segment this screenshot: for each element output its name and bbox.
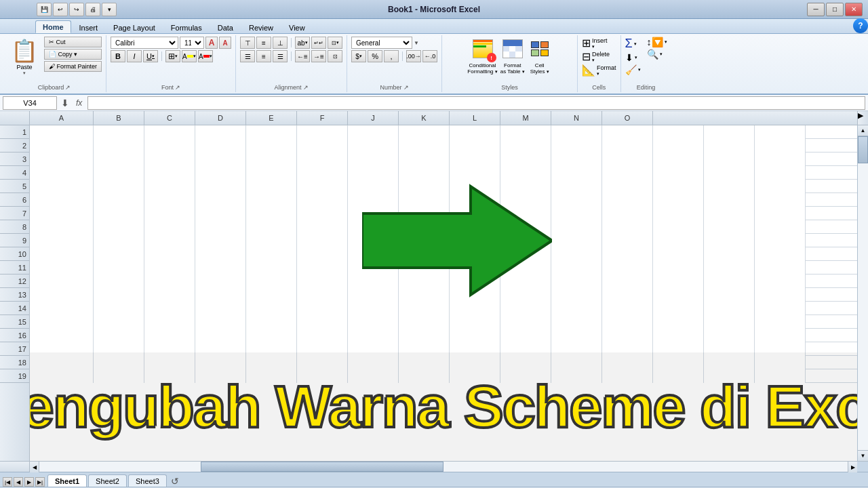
grid-cell[interactable] <box>653 166 704 180</box>
grid-cell[interactable] <box>500 220 551 234</box>
grid-cell[interactable] <box>551 125 602 139</box>
grid-cell[interactable] <box>399 166 450 180</box>
grid-cell[interactable] <box>30 166 94 180</box>
row-header-19[interactable]: 19 <box>0 369 29 383</box>
grid-cell[interactable] <box>94 247 144 261</box>
grid-cell[interactable] <box>246 234 297 247</box>
grid-cell[interactable] <box>144 139 195 152</box>
grid-cell[interactable] <box>144 356 195 369</box>
grid-cell[interactable] <box>246 139 297 152</box>
grid-cell[interactable] <box>653 193 704 207</box>
grid-cell[interactable] <box>755 247 806 261</box>
grid-cell[interactable] <box>195 193 246 207</box>
window-controls[interactable]: ─ □ ✕ <box>807 3 863 16</box>
grid-cell[interactable] <box>704 139 755 152</box>
grid-cell[interactable] <box>348 329 399 342</box>
grid-cell[interactable] <box>144 302 195 315</box>
grid-cell[interactable] <box>500 139 551 152</box>
grid-cell[interactable] <box>602 207 653 220</box>
grid-cell[interactable] <box>348 274 399 288</box>
grid-cell[interactable] <box>755 139 806 152</box>
row-header-14[interactable]: 14 <box>0 302 29 315</box>
grid-cell[interactable] <box>195 302 246 315</box>
grid-cell[interactable] <box>30 302 94 315</box>
grid-cell[interactable] <box>30 220 94 234</box>
grid-cell[interactable] <box>602 125 653 139</box>
grid-cell[interactable] <box>755 166 806 180</box>
tab-data[interactable]: Data <box>210 21 241 33</box>
hscroll-track[interactable] <box>39 462 848 472</box>
grid-cell[interactable] <box>551 274 602 288</box>
grid-cell[interactable] <box>399 288 450 302</box>
grid-cell[interactable] <box>602 180 653 193</box>
autosum-button[interactable]: Σ ▾ <box>625 37 641 51</box>
grid-cell[interactable] <box>297 288 348 302</box>
grid-cell[interactable] <box>30 274 94 288</box>
grid-cell[interactable] <box>399 234 450 247</box>
row-header-3[interactable]: 3 <box>0 152 29 166</box>
grid-cell[interactable] <box>297 369 348 383</box>
row-header-10[interactable]: 10 <box>0 247 29 261</box>
grid-cell[interactable] <box>450 315 500 329</box>
grid-cell[interactable] <box>399 139 450 152</box>
grid-cell[interactable] <box>500 152 551 166</box>
row-header-7[interactable]: 7 <box>0 207 29 220</box>
grid-cell[interactable] <box>246 193 297 207</box>
grid-cell[interactable] <box>144 234 195 247</box>
grid-cell[interactable] <box>551 180 602 193</box>
grid-cell[interactable] <box>30 207 94 220</box>
align-center-button[interactable]: ≡ <box>256 50 271 62</box>
copy-button[interactable]: 📄 Copy ▾ <box>44 49 102 60</box>
grid-cell[interactable] <box>348 220 399 234</box>
grid-cell[interactable] <box>297 315 348 329</box>
row-header-16[interactable]: 16 <box>0 329 29 342</box>
grid-cell[interactable] <box>602 234 653 247</box>
grid-cell[interactable] <box>755 342 806 356</box>
grid-cell[interactable] <box>144 369 195 383</box>
grid-cell[interactable] <box>30 234 94 247</box>
align-bottom-button[interactable]: ⊥ <box>273 37 288 49</box>
grid-cell[interactable] <box>94 288 144 302</box>
autosum-dropdown[interactable]: ▾ <box>634 41 637 47</box>
grid-cell[interactable] <box>704 274 755 288</box>
grid-cell[interactable] <box>551 220 602 234</box>
grid-cell[interactable] <box>704 193 755 207</box>
grid-cell[interactable] <box>30 125 94 139</box>
grid-cell[interactable] <box>755 152 806 166</box>
grid-cell[interactable] <box>144 180 195 193</box>
col-header-E[interactable]: E <box>246 111 297 125</box>
format-label[interactable]: Format <box>597 64 616 71</box>
wrap-text-button[interactable]: ↵↵ <box>311 37 326 49</box>
grid-cell[interactable] <box>704 356 755 369</box>
underline-button[interactable]: U▾ <box>143 50 158 62</box>
sheet-tab-sheet2[interactable]: Sheet2 <box>88 474 127 487</box>
grid-cell[interactable] <box>399 302 450 315</box>
grid-cell[interactable] <box>348 166 399 180</box>
grid-cell[interactable] <box>246 247 297 261</box>
grid-cell[interactable] <box>144 247 195 261</box>
grid-cell[interactable] <box>94 180 144 193</box>
grid-cell[interactable] <box>500 356 551 369</box>
number-dialog-icon[interactable]: ↗ <box>403 84 409 91</box>
grid-cell[interactable] <box>399 220 450 234</box>
grid-cell[interactable] <box>94 125 144 139</box>
number-format-dropdown[interactable]: ▼ <box>414 37 419 49</box>
number-format-select[interactable]: General <box>351 37 412 49</box>
col-header-O[interactable]: O <box>602 111 653 125</box>
grid-cell[interactable] <box>602 220 653 234</box>
paste-dropdown[interactable]: ▾ <box>23 70 26 76</box>
vertical-scrollbar[interactable]: ▲ ▼ <box>857 125 868 461</box>
grid-cell[interactable] <box>704 288 755 302</box>
paste-button[interactable]: 📋 Paste ▾ <box>7 37 42 77</box>
grid-cell[interactable] <box>399 356 450 369</box>
grid-cell[interactable] <box>30 261 94 274</box>
grid-cell[interactable] <box>704 329 755 342</box>
grid-cell[interactable] <box>348 247 399 261</box>
grid-cell[interactable] <box>94 207 144 220</box>
quick-access[interactable]: 💾 ↩ ↪ 🖨 ▾ <box>37 3 117 16</box>
grid-cell[interactable] <box>94 166 144 180</box>
refresh-sheet-button[interactable]: ↺ <box>171 476 179 487</box>
grid-cell[interactable] <box>399 329 450 342</box>
grid-cell[interactable] <box>704 261 755 274</box>
grid-cell[interactable] <box>755 274 806 288</box>
